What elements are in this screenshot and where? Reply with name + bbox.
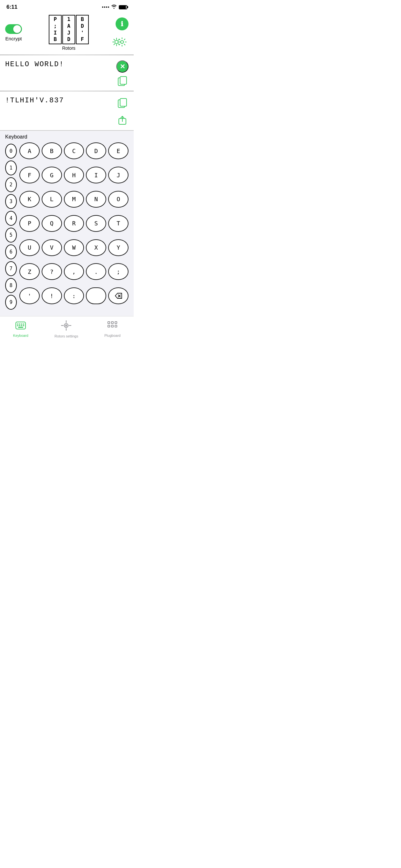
header-actions: ℹ <box>116 18 128 49</box>
output-section: !TLHIH'V.837 <box>0 91 134 130</box>
rotors-label: Rotors <box>62 45 75 51</box>
key-I[interactable]: I <box>86 166 106 183</box>
key-Q[interactable]: Q <box>42 215 62 232</box>
key-apostrophe[interactable]: ' <box>19 287 40 304</box>
key-D[interactable]: D <box>86 143 106 159</box>
key-2[interactable]: 2 <box>5 177 17 192</box>
tab-bar: Keyboard Rotors settings <box>0 316 134 348</box>
svg-line-6 <box>114 39 115 40</box>
rotor-box-3: B D ' F <box>76 15 89 44</box>
svg-rect-26 <box>23 325 24 326</box>
svg-rect-27 <box>18 327 23 328</box>
status-time: 6:11 <box>6 4 18 10</box>
settings-button[interactable] <box>116 35 128 49</box>
svg-point-28 <box>64 323 68 328</box>
svg-line-8 <box>118 39 119 40</box>
output-text: !TLHIH'V.837 <box>5 97 128 104</box>
keyboard-area: 0 1 2 3 4 5 6 7 8 9 A B C D E F G H I J … <box>5 143 128 310</box>
rotors-boxes: P ; I B 1 A J D B D ' F <box>49 15 89 44</box>
key-P[interactable]: P <box>19 215 40 232</box>
status-bar: 6:11 <box>0 0 134 12</box>
key-A[interactable]: A <box>19 143 40 159</box>
key-8[interactable]: 8 <box>5 278 17 293</box>
key-1[interactable]: 1 <box>5 160 17 175</box>
clear-button[interactable]: ✕ <box>116 60 128 73</box>
tab-rotors[interactable]: Rotors settings <box>55 320 78 338</box>
info-button[interactable]: ℹ <box>116 18 128 30</box>
number-column: 0 1 2 3 4 5 6 7 8 9 <box>5 143 17 310</box>
key-G[interactable]: G <box>42 166 62 183</box>
input-section: HELLO WORLD! ✕ <box>0 55 134 91</box>
share-output-button[interactable] <box>116 114 128 126</box>
key-M[interactable]: M <box>64 191 84 208</box>
svg-rect-39 <box>115 325 117 327</box>
header: Encrypt P ; I B 1 A J D B D ' F Rotors <box>0 12 134 55</box>
key-space[interactable] <box>86 287 106 304</box>
svg-rect-34 <box>108 321 110 323</box>
key-Y[interactable]: Y <box>108 239 128 256</box>
keyboard-tab-icon <box>16 321 26 332</box>
encrypt-toggle[interactable] <box>5 24 22 34</box>
key-semicolon[interactable]: ; <box>108 263 128 280</box>
svg-line-7 <box>118 43 119 44</box>
key-J[interactable]: J <box>108 166 128 183</box>
key-comma[interactable]: , <box>64 263 84 280</box>
key-L[interactable]: L <box>42 191 62 208</box>
letters-grid: A B C D E F G H I J K L M N O P Q R S T … <box>19 143 128 310</box>
svg-rect-19 <box>17 323 19 324</box>
key-X[interactable]: X <box>86 239 106 256</box>
svg-rect-35 <box>112 321 113 323</box>
key-N[interactable]: N <box>86 191 106 208</box>
encrypt-label: Encrypt <box>5 36 22 41</box>
key-T[interactable]: T <box>108 215 128 232</box>
key-O[interactable]: O <box>108 191 128 208</box>
key-W[interactable]: W <box>64 239 84 256</box>
tab-keyboard[interactable]: Keyboard <box>13 321 28 337</box>
key-4[interactable]: 4 <box>5 211 17 226</box>
key-6[interactable]: 6 <box>5 244 17 259</box>
key-colon[interactable]: : <box>64 287 84 304</box>
key-period[interactable]: . <box>86 263 106 280</box>
key-Z[interactable]: Z <box>19 263 40 280</box>
key-0[interactable]: 0 <box>5 144 17 159</box>
svg-rect-38 <box>112 325 113 327</box>
key-R[interactable]: R <box>64 215 84 232</box>
key-U[interactable]: U <box>19 239 40 256</box>
copy-input-button[interactable] <box>116 74 128 87</box>
key-question[interactable]: ? <box>42 263 62 280</box>
encrypt-toggle-section: Encrypt <box>5 24 22 41</box>
rotor-box-1: P ; I B <box>49 15 62 44</box>
plugboard-tab-icon <box>107 321 118 332</box>
rotor-box-2: 1 A J D <box>62 15 75 44</box>
copy-output-button[interactable] <box>116 97 128 109</box>
tab-keyboard-label: Keyboard <box>13 334 28 337</box>
keyboard-section: Keyboard 0 1 2 3 4 5 6 7 8 9 A B C D E F… <box>0 130 134 316</box>
svg-point-1 <box>115 40 118 43</box>
svg-point-29 <box>66 325 67 326</box>
key-7[interactable]: 7 <box>5 261 17 276</box>
key-K[interactable]: K <box>19 191 40 208</box>
key-F[interactable]: F <box>19 166 40 183</box>
key-E[interactable]: E <box>108 143 128 159</box>
key-3[interactable]: 3 <box>5 194 17 209</box>
tab-plugboard[interactable]: Plugboard <box>104 321 120 337</box>
key-9[interactable]: 9 <box>5 295 17 310</box>
svg-rect-20 <box>19 323 20 324</box>
key-S[interactable]: S <box>86 215 106 232</box>
status-icons <box>102 4 127 10</box>
keyboard-label: Keyboard <box>5 134 128 140</box>
key-5[interactable]: 5 <box>5 228 17 243</box>
key-C[interactable]: C <box>64 143 84 159</box>
key-V[interactable]: V <box>42 239 62 256</box>
svg-rect-21 <box>21 323 22 324</box>
key-B[interactable]: B <box>42 143 62 159</box>
tab-plugboard-label: Plugboard <box>104 334 120 337</box>
svg-rect-23 <box>17 325 19 326</box>
svg-rect-36 <box>115 321 117 323</box>
svg-rect-11 <box>120 76 127 84</box>
key-backspace[interactable] <box>108 287 128 304</box>
svg-rect-37 <box>108 325 110 327</box>
battery-icon <box>119 5 127 9</box>
key-H[interactable]: H <box>64 166 84 183</box>
key-exclamation[interactable]: ! <box>42 287 62 304</box>
